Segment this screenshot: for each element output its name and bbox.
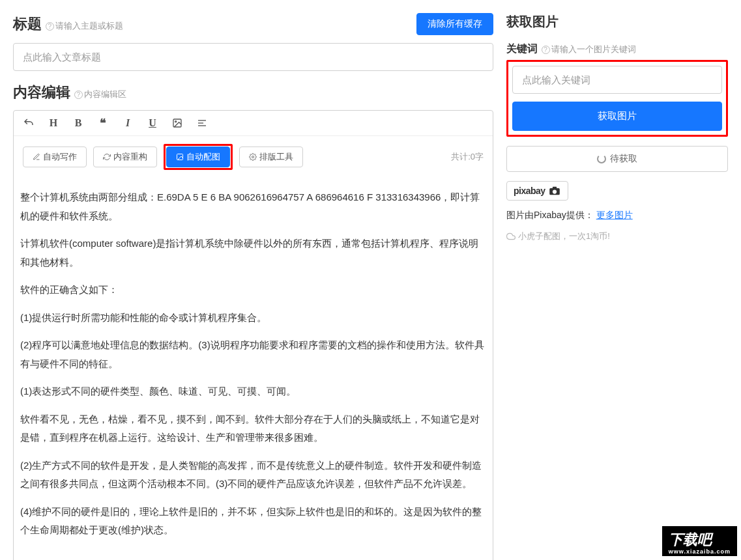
info-icon: ? — [74, 91, 83, 99]
svg-point-9 — [553, 189, 557, 193]
info-icon: ? — [542, 46, 550, 54]
more-images-link[interactable]: 更多图片 — [596, 210, 633, 220]
keyword-label: 关键词 — [506, 42, 538, 56]
undo-icon[interactable] — [23, 117, 35, 129]
title-hint: ?请输入主题或标题 — [46, 21, 123, 31]
auto-write-button[interactable]: 自动写作 — [23, 147, 87, 167]
editor-container: H B ❝ I U 自动写作 内容重构 自动配图 排版工具 共计:0字 — [13, 110, 493, 560]
content-paragraph: 软件看不见，无色，枯燥，看不见，摸不到，闻不到。软件大部分存在于人们的头脑或纸上… — [20, 410, 486, 447]
watermark: 下载吧 www.xiazaiba.com — [662, 526, 737, 556]
sidebar-column: 获取图片 关键词 ?请输入一个图片关键词 获取图片 待获取 pixabay 图片… — [506, 13, 728, 560]
status-text: 待获取 — [610, 153, 637, 165]
bold-icon[interactable]: B — [72, 117, 84, 129]
content-paragraph: (1)提供运行时所需功能和性能的命令或计算机程序集合。 — [20, 309, 486, 328]
main-column: 标题 ?请输入主题或标题 清除所有缓存 内容编辑 ?内容编辑区 H B ❝ I … — [13, 13, 493, 560]
svg-point-1 — [175, 121, 177, 122]
fetch-status: 待获取 — [506, 146, 728, 172]
fetch-image-button[interactable]: 获取图片 — [512, 102, 722, 131]
word-counter: 共计:0字 — [451, 151, 484, 163]
keyword-input[interactable] — [512, 66, 722, 94]
keyword-label-row: 关键词 ?请输入一个图片关键词 — [506, 42, 728, 56]
content-paragraph: (2)程序可以满意地处理信息的数据结构。(3)说明程序功能要求和程序需要的文档的… — [20, 336, 486, 373]
camera-icon — [548, 186, 561, 195]
content-section-header: 内容编辑 ?内容编辑区 — [13, 83, 493, 102]
content-paragraph: (2)生产方式不同的软件是开发，是人类智能的高发挥，而不是传统意义上的硬件制造。… — [20, 456, 486, 494]
content-paragraph: (1)表达形式不同的硬件类型、颜色、味道、可见、可摸、可闻。 — [20, 382, 486, 401]
content-edit-label: 内容编辑 — [13, 84, 70, 100]
format-toolbar: H B ❝ I U — [14, 111, 493, 136]
content-paragraph: (4)维护不同的硬件是旧的，理论上软件是旧的，并不坏，但实际上软件也是旧的和坏的… — [20, 503, 486, 540]
content-edit-hint: ?内容编辑区 — [74, 89, 126, 99]
content-paragraph: 软件的正确含义如下： — [20, 281, 486, 300]
quote-icon[interactable]: ❝ — [97, 117, 109, 129]
sidebar-highlight-box: 获取图片 — [506, 60, 728, 137]
italic-icon[interactable]: I — [122, 117, 134, 129]
keyword-hint: ?请输入一个图片关键词 — [539, 44, 636, 55]
align-icon[interactable] — [196, 117, 208, 129]
title-label: 标题 — [13, 16, 42, 32]
restructure-button[interactable]: 内容重构 — [93, 147, 157, 167]
action-toolbar: 自动写作 内容重构 自动配图 排版工具 共计:0字 — [14, 136, 493, 178]
sidebar-title: 获取图片 — [506, 13, 728, 31]
image-source-row: 图片由Pixabay提供： 更多图片 — [506, 210, 728, 221]
title-section-header: 标题 ?请输入主题或标题 清除所有缓存 — [13, 13, 493, 35]
svg-point-6 — [252, 156, 254, 158]
tip-row: 小虎子配图，一次1淘币! — [506, 231, 728, 242]
pixabay-logo: pixabay — [506, 181, 568, 201]
content-paragraph: 计算机软件(computer software)是指计算机系统中除硬件以外的所有… — [20, 234, 486, 272]
cloud-icon — [506, 232, 516, 241]
info-icon: ? — [46, 22, 54, 31]
spinner-icon — [597, 154, 606, 163]
auto-image-highlight: 自动配图 — [164, 144, 233, 170]
image-icon[interactable] — [171, 117, 183, 129]
svg-rect-8 — [553, 187, 557, 189]
layout-tool-button[interactable]: 排版工具 — [239, 147, 303, 167]
auto-image-button[interactable]: 自动配图 — [166, 147, 230, 167]
content-paragraph: 整个计算机系统由两部分组成：E.69DA 5 E 6 BA 9062616964… — [20, 188, 486, 225]
article-title-input[interactable] — [13, 43, 493, 71]
clear-cache-button[interactable]: 清除所有缓存 — [416, 13, 493, 35]
content-editor[interactable]: 整个计算机系统由两部分组成：E.69DA 5 E 6 BA 9062616964… — [14, 178, 493, 560]
underline-icon[interactable]: U — [147, 117, 158, 129]
heading-icon[interactable]: H — [48, 117, 59, 129]
